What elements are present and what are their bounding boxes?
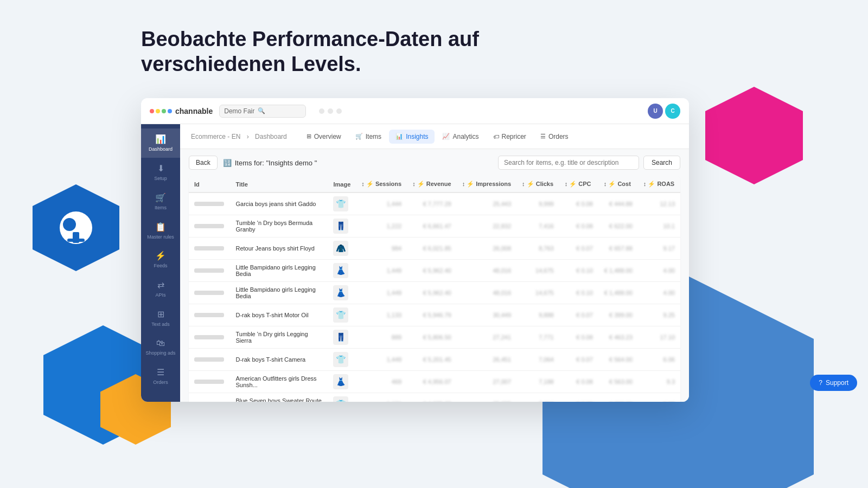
search-button[interactable]: Search — [643, 156, 680, 170]
table-row: American Outfitters girls Dress Sunsh...… — [189, 371, 680, 393]
tab-insights[interactable]: 📊 Insights — [389, 130, 435, 144]
apis-icon: ⇄ — [157, 280, 164, 290]
breadcrumb-current: Dashboard — [255, 133, 287, 140]
app-window: channable Demo Fair 🔍 U C — [141, 98, 689, 402]
cell-cost: € 444.88 — [598, 192, 638, 215]
cell-revenue: € 5,806.50 — [407, 326, 456, 349]
dashboard-icon: 📊 — [155, 134, 166, 144]
cell-title: American Outfitters girls Dress Sunsh... — [230, 371, 328, 393]
tab-items-icon: 🛒 — [355, 133, 363, 140]
cell-roas: 6.06 — [638, 349, 680, 371]
col-header-revenue[interactable]: ↕ ⚡ Revenue — [407, 176, 456, 192]
cell-roas: 9.3 — [638, 371, 680, 393]
cell-cpc: € 0.08 — [559, 215, 598, 237]
cell-cost: € 564.00 — [598, 349, 638, 371]
tab-analytics[interactable]: 📈 Analytics — [436, 130, 485, 144]
cell-id — [189, 237, 230, 260]
ctrl-dot-2 — [328, 108, 333, 114]
cell-cost: € 729.00 — [598, 393, 638, 402]
filter-title: 🔢 Items for: "Insights demo " — [223, 159, 317, 167]
cell-cpc: € 0.07 — [559, 237, 598, 260]
avatar-1[interactable]: U — [648, 104, 663, 119]
cell-id — [189, 192, 230, 215]
cell-sessions: 1,101 — [356, 393, 407, 402]
tab-repricer[interactable]: 🏷 Repricer — [487, 130, 533, 144]
cell-id — [189, 326, 230, 349]
table-header-row: Id Title Image ↕ ⚡ Sessions ↕ ⚡ Revenue … — [189, 176, 680, 192]
tab-overview-label: Overview — [314, 133, 341, 140]
cell-revenue: € 7,777.29 — [407, 192, 456, 215]
data-table: Id Title Image ↕ ⚡ Sessions ↕ ⚡ Revenue … — [189, 176, 680, 402]
sidebar-item-items[interactable]: 🛒 Items — [141, 187, 180, 216]
filter-icon: 🔢 — [223, 159, 232, 167]
sidebar-item-dashboard[interactable]: 📊 Dashboard — [141, 129, 180, 158]
cell-impressions: 48,016 — [457, 260, 516, 282]
tab-overview-icon: ⊞ — [307, 133, 311, 140]
sidebar-item-text-ads[interactable]: ⊞ Text ads — [141, 304, 180, 333]
cell-cpc: € 0.07 — [559, 349, 598, 371]
tab-insights-icon: 📊 — [395, 133, 403, 140]
cell-title: Little Bampidano girls Legging Bedia — [230, 282, 328, 304]
tab-items[interactable]: 🛒 Items — [349, 130, 388, 144]
sidebar-item-feeds[interactable]: ⚡ Feeds — [141, 245, 180, 274]
back-button[interactable]: Back — [189, 156, 218, 170]
cell-impressions: 48,016 — [457, 282, 516, 304]
cell-roas: 10.1 — [638, 215, 680, 237]
col-header-sessions[interactable]: ↕ ⚡ Sessions — [356, 176, 407, 192]
sidebar-label-dashboard: Dashboard — [149, 146, 173, 152]
col-header-image: Image — [328, 176, 356, 192]
cell-roas: 9.17 — [638, 237, 680, 260]
table-row: Little Bampidano girls Legging Bedia 👗 1… — [189, 260, 680, 282]
cell-cost: € 399.00 — [598, 304, 638, 326]
sidebar-item-shopping-ads[interactable]: 🛍 Shopping ads — [141, 333, 180, 362]
nav-tabs: ⊞ Overview 🛒 Items 📊 Insights — [300, 130, 575, 144]
sidebar-item-setup[interactable]: ⬇ Setup — [141, 158, 180, 187]
search-input[interactable] — [498, 156, 639, 170]
ctrl-dot-3 — [336, 108, 342, 114]
items-icon: 🛒 — [155, 192, 166, 203]
cell-sessions: 1,449 — [356, 282, 407, 304]
cell-impressions: 22,832 — [457, 215, 516, 237]
tab-orders[interactable]: ☰ Orders — [534, 130, 575, 144]
col-header-impressions[interactable]: ↕ ⚡ Impressions — [457, 176, 516, 192]
cell-cost: € 463.23 — [598, 326, 638, 349]
sidebar-item-orders[interactable]: ☰ Orders — [141, 362, 180, 391]
tab-overview[interactable]: ⊞ Overview — [300, 130, 348, 144]
cell-revenue: € 5,946.79 — [407, 304, 456, 326]
col-header-roas[interactable]: ↕ ⚡ ROAS — [638, 176, 680, 192]
nav-bar: Ecommerce - EN › Dashboard ⊞ Overview 🛒 — [180, 124, 689, 149]
cell-roas: 12.13 — [638, 192, 680, 215]
col-header-clicks[interactable]: ↕ ⚡ Clicks — [516, 176, 559, 192]
cell-roas: 6.69 — [638, 393, 680, 402]
breadcrumb-parent: Ecommerce - EN — [191, 133, 240, 140]
cell-cpc: € 0.10 — [559, 282, 598, 304]
table-area: Back 🔢 Items for: "Insights demo " Searc… — [180, 149, 689, 402]
cell-cost: € 622.00 — [598, 215, 638, 237]
cell-sessions: 1,133 — [356, 304, 407, 326]
master-rules-icon: 📋 — [155, 222, 166, 232]
titlebar-search[interactable]: Demo Fair 🔍 — [219, 105, 306, 118]
cell-cost: € 563.00 — [598, 371, 638, 393]
avatar-2[interactable]: C — [665, 104, 680, 119]
cell-title: Garcia boys jeans shirt Gaddo — [230, 192, 328, 215]
col-header-cpc[interactable]: ↕ ⚡ CPC — [559, 176, 598, 192]
cell-id — [189, 260, 230, 282]
cell-image: 🧥 — [328, 237, 356, 260]
support-button[interactable]: ? Support — [810, 375, 857, 391]
tab-orders-label: Orders — [548, 133, 569, 140]
support-icon: ? — [819, 379, 822, 387]
cell-title: Little Bampidano girls Legging Bedia — [230, 260, 328, 282]
table-row: Retour Jeans boys shirt Floyd 🧥 984 € 6,… — [189, 237, 680, 260]
cell-cost: € 1,488.00 — [598, 282, 638, 304]
sidebar-item-apis[interactable]: ⇄ APIs — [141, 274, 180, 304]
shopping-ads-icon: 🛍 — [156, 338, 165, 348]
col-header-cost[interactable]: ↕ ⚡ Cost — [598, 176, 638, 192]
sidebar-item-master-rules[interactable]: 📋 Master rules — [141, 216, 180, 246]
cell-sessions: 1,444 — [356, 192, 407, 215]
cell-sessions: 984 — [356, 237, 407, 260]
cell-clicks: 7,188 — [516, 371, 559, 393]
cell-id — [189, 304, 230, 326]
titlebar-search-icon: 🔍 — [258, 107, 265, 114]
setup-icon: ⬇ — [157, 163, 164, 174]
cell-revenue: € 4,956.07 — [407, 371, 456, 393]
